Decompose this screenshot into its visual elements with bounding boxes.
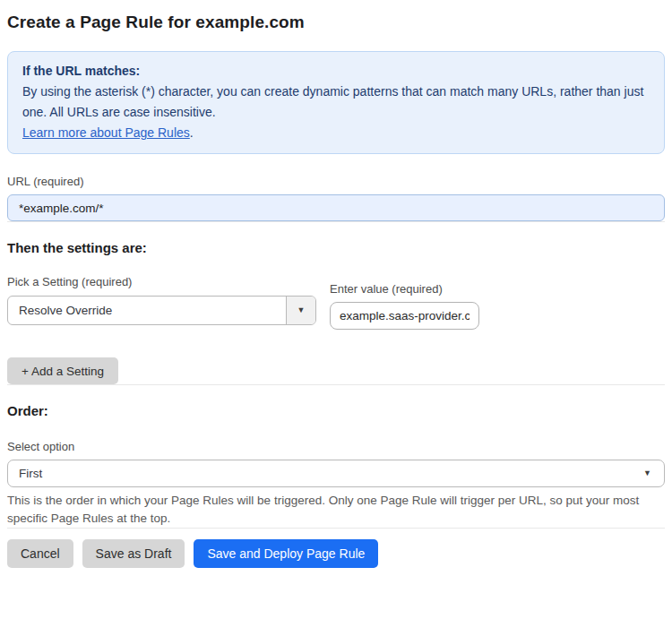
chevron-down-icon: ▼ [297,306,306,314]
setting-select-column: Pick a Setting (required) Resolve Overri… [7,275,316,325]
learn-more-link[interactable]: Learn more about Page Rules [22,125,190,140]
footer-actions: Cancel Save as Draft Save and Deploy Pag… [7,539,665,568]
page-title: Create a Page Rule for example.com [7,13,665,32]
info-box-heading: If the URL matches: [22,61,650,82]
link-period: . [190,125,194,140]
order-select-label: Select option [7,440,665,453]
chevron-down-icon: ▼ [643,469,651,477]
divider [7,528,665,529]
url-field-label: URL (required) [7,175,665,188]
save-as-draft-button[interactable]: Save as Draft [82,539,185,568]
cancel-button[interactable]: Cancel [7,539,73,568]
save-and-deploy-button[interactable]: Save and Deploy Page Rule [194,539,378,568]
setting-select-label: Pick a Setting (required) [7,275,316,288]
url-input[interactable] [7,194,665,221]
order-section-heading: Order: [7,403,665,418]
order-select[interactable]: First ▼ [7,460,665,487]
divider [7,384,665,385]
info-box-link-line: Learn more about Page Rules. [22,123,650,143]
url-match-info-box: If the URL matches: By using the asteris… [7,51,665,154]
setting-row: Pick a Setting (required) Resolve Overri… [7,275,665,330]
value-field-label: Enter value (required) [330,282,479,296]
settings-section-heading: Then the settings are: [7,240,665,255]
add-setting-button[interactable]: + Add a Setting [7,357,118,384]
order-select-value: First [19,467,42,480]
setting-select-value: Resolve Override [8,297,286,324]
setting-value-column: Enter value (required) [330,282,479,330]
page-rule-form: Create a Page Rule for example.com If th… [0,0,672,568]
order-help-text: This is the order in which your Page Rul… [7,492,665,528]
setting-select[interactable]: Resolve Override ▼ [7,296,316,325]
info-box-body: By using the asterisk (*) character, you… [22,82,650,123]
setting-select-arrow-button[interactable]: ▼ [286,297,315,324]
divider [7,221,665,222]
setting-value-input[interactable] [330,302,479,330]
